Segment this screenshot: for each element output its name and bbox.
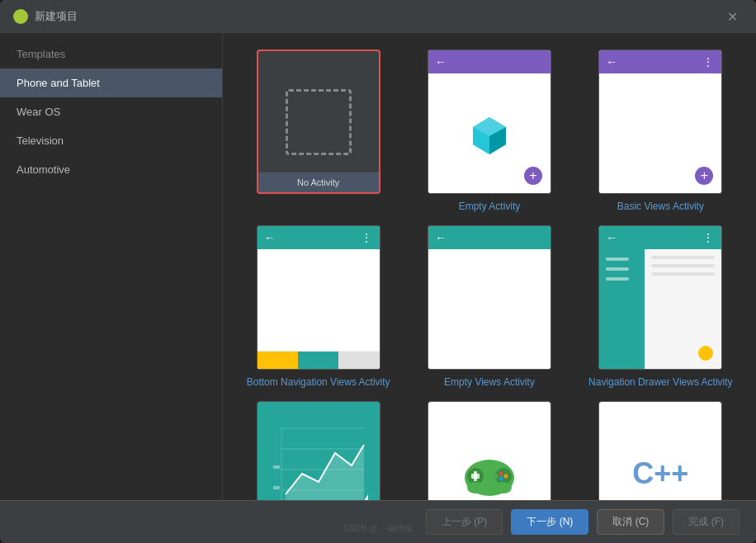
watermark: CSDN @ 一碗情深	[343, 523, 413, 535]
templates-area: No Activity ←	[223, 33, 756, 500]
svg-point-22	[498, 471, 503, 475]
bottom-nav-content	[258, 249, 380, 351]
empty-activity-thumb: ← +	[428, 50, 551, 194]
title-bar-left: 新建项目	[13, 9, 78, 24]
next-button[interactable]: 下一步 (N)	[511, 509, 588, 535]
nav-drawer-body	[599, 249, 721, 369]
basic-views-body: +	[599, 73, 721, 193]
sidebar: Templates Phone and Tablet Wear OS Telev…	[0, 33, 223, 500]
no-activity-thumb: No Activity	[257, 50, 380, 194]
template-cpp[interactable]: C++ Native C++	[582, 401, 739, 500]
close-button[interactable]: ✕	[722, 7, 743, 26]
cube-icon	[469, 113, 510, 154]
bottom-nav-label: Bottom Navigation Views Activity	[247, 376, 390, 388]
chart-content	[258, 402, 380, 500]
tab-teal	[298, 352, 338, 369]
drawer-line-3	[606, 277, 628, 281]
template-no-activity[interactable]: No Activity	[239, 50, 397, 212]
bottom-nav-body	[258, 249, 380, 369]
back-arrow-3-icon: ←	[264, 231, 276, 244]
drawer-line-1	[606, 257, 628, 261]
game-controller-icon	[461, 445, 518, 501]
dialog-content: Templates Phone and Tablet Wear OS Telev…	[0, 33, 756, 500]
bv-fab-icon: +	[695, 167, 713, 185]
template-game[interactable]: Game Activity	[410, 401, 568, 500]
android-logo	[13, 9, 28, 24]
sidebar-item-wear-os[interactable]: Wear OS	[0, 97, 222, 126]
dialog-title: 新建项目	[35, 9, 78, 24]
drawer-panel	[599, 249, 645, 369]
svg-point-23	[503, 474, 508, 478]
empty-views-body	[428, 249, 550, 369]
title-bar: 新建项目 ✕	[0, 0, 756, 33]
sidebar-item-television[interactable]: Television	[0, 126, 222, 155]
svg-rect-11	[273, 465, 280, 469]
empty-activity-label: Empty Activity	[459, 201, 521, 212]
drawer-line-2	[606, 267, 628, 271]
chart-svg	[269, 420, 368, 501]
tab-yellow	[258, 352, 298, 369]
bottom-nav-bar	[258, 351, 380, 369]
back-arrow-4-icon: ←	[435, 231, 447, 244]
bottom-bar: 上一步 (P) 下一步 (N) 取消 (C) 完成 (F)	[0, 500, 756, 543]
no-activity-bar-label: No Activity	[258, 172, 379, 192]
dashed-placeholder	[286, 89, 352, 155]
svg-point-24	[498, 476, 503, 480]
templates-grid: No Activity ←	[239, 50, 739, 500]
game-thumb	[428, 401, 551, 500]
basic-views-label: Basic Views Activity	[617, 201, 704, 212]
cpp-thumb: C++	[598, 401, 722, 500]
bottom-nav-thumb: ← ⋮	[257, 225, 380, 370]
dm-line-3	[651, 272, 715, 276]
dm-line-2	[651, 264, 715, 267]
three-dots-2-icon: ⋮	[361, 231, 373, 244]
svg-point-26	[467, 482, 484, 493]
svg-point-27	[495, 482, 512, 493]
sidebar-item-phone-tablet[interactable]: Phone and Tablet	[0, 68, 222, 97]
nav-drawer-label: Navigation Drawer Views Activity	[588, 376, 733, 388]
finish-button[interactable]: 完成 (F)	[673, 509, 739, 535]
svg-rect-21	[474, 471, 477, 481]
template-basic-views[interactable]: ← ⋮ + Basic Views Activity	[582, 50, 739, 212]
cancel-button[interactable]: 取消 (C)	[597, 509, 664, 535]
empty-views-label: Empty Views Activity	[444, 376, 535, 388]
svg-point-25	[494, 474, 498, 478]
new-project-dialog: 新建项目 ✕ Templates Phone and Tablet Wear O…	[0, 0, 756, 543]
template-chart[interactable]: Chart Views Activity	[239, 401, 397, 500]
tab-gray	[338, 352, 379, 369]
back-arrow-5-icon: ←	[606, 231, 617, 244]
sidebar-item-automotive[interactable]: Automotive	[0, 155, 222, 184]
prev-button[interactable]: 上一步 (P)	[426, 509, 503, 535]
template-empty-activity[interactable]: ← + Empty Activity	[410, 50, 568, 212]
template-empty-views[interactable]: ← Empty Views Activity	[410, 225, 568, 388]
basic-views-thumb: ← ⋮ +	[598, 50, 722, 194]
fab-button: +	[524, 167, 542, 185]
dm-line-1	[651, 256, 715, 259]
three-dots-icon: ⋮	[702, 55, 715, 68]
chart-thumb	[257, 401, 380, 500]
three-dots-3-icon: ⋮	[702, 231, 715, 244]
empty-views-thumb: ←	[428, 225, 551, 370]
sidebar-header: Templates	[0, 33, 222, 68]
template-bottom-nav[interactable]: ← ⋮ Bottom Navigation Views Ac	[239, 225, 397, 388]
back-arrow-2-icon: ←	[606, 55, 617, 68]
template-nav-drawer[interactable]: ← ⋮	[582, 225, 739, 388]
back-arrow-icon: ←	[435, 55, 447, 68]
nav-drawer-thumb: ← ⋮	[598, 225, 722, 370]
svg-rect-12	[273, 486, 280, 489]
cpp-icon: C++	[632, 456, 688, 491]
